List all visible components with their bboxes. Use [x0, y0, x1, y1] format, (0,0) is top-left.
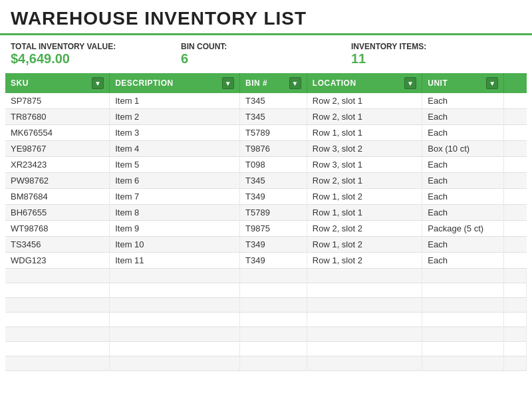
unit-dropdown-icon[interactable]: ▼	[486, 77, 498, 89]
cell-location: Row 1, slot 2	[307, 253, 422, 269]
total-value-label: TOTAL INVENTORY VALUE:	[11, 42, 181, 51]
cell-sku: BM87684	[5, 189, 110, 205]
cell-bin: T9875	[240, 221, 307, 237]
cell-description: Item 4	[110, 141, 240, 157]
bin-count: 6	[181, 51, 351, 66]
table-row: TS3456Item 10T349Row 1, slot 2Each	[5, 237, 527, 253]
cell-bin: T5789	[240, 205, 307, 221]
cell-location: Row 2, slot 2	[307, 221, 422, 237]
cell-location: Row 1, slot 2	[307, 237, 422, 253]
cell-description: Item 1	[110, 93, 240, 109]
bin-count-label: BIN COUNT:	[181, 42, 351, 51]
sku-dropdown-icon[interactable]: ▼	[92, 77, 104, 89]
cell-description: Item 3	[110, 125, 240, 141]
cell-description: Item 6	[110, 173, 240, 189]
cell-location: Row 3, slot 1	[307, 157, 422, 173]
cell-bin: T345	[240, 93, 307, 109]
inventory-items-label: INVENTORY ITEMS:	[351, 42, 521, 51]
cell-extra	[504, 253, 527, 269]
cell-sku: WT98768	[5, 221, 110, 237]
table-row: MK676554Item 3T5789Row 1, slot 1Each	[5, 125, 527, 141]
cell-bin: T349	[240, 253, 307, 269]
cell-sku: TR87680	[5, 109, 110, 125]
cell-location: Row 2, slot 1	[307, 109, 422, 125]
empty-row	[5, 342, 527, 356]
page-header: WAREHOUSE INVENTORY LIST	[0, 0, 532, 35]
cell-location: Row 2, slot 1	[307, 173, 422, 189]
cell-bin: T098	[240, 157, 307, 173]
cell-sku: WDG123	[5, 253, 110, 269]
table-row: TR87680Item 2T345Row 2, slot 1Each	[5, 109, 527, 125]
cell-extra	[504, 205, 527, 221]
cell-bin: T345	[240, 173, 307, 189]
cell-sku: YE98767	[5, 141, 110, 157]
inventory-table: SKU ▼ DESCRIPTION ▼ BIN # ▼	[5, 73, 527, 371]
empty-row	[5, 269, 527, 283]
bin-count-block: BIN COUNT: 6	[181, 42, 351, 66]
cell-location: Row 1, slot 2	[307, 189, 422, 205]
empty-row	[5, 298, 527, 313]
location-dropdown-icon[interactable]: ▼	[404, 77, 416, 89]
cell-location: Row 2, slot 1	[307, 93, 422, 109]
cell-extra	[504, 93, 527, 109]
cell-unit: Each	[422, 109, 504, 125]
cell-extra	[504, 189, 527, 205]
table-row: YE98767Item 4T9876Row 3, slot 2Box (10 c…	[5, 141, 527, 157]
cell-description: Item 2	[110, 109, 240, 125]
cell-unit: Each	[422, 125, 504, 141]
cell-extra	[504, 125, 527, 141]
cell-sku: TS3456	[5, 237, 110, 253]
cell-description: Item 5	[110, 157, 240, 173]
cell-bin: T349	[240, 237, 307, 253]
cell-sku: MK676554	[5, 125, 110, 141]
cell-location: Row 1, slot 1	[307, 205, 422, 221]
table-container: SKU ▼ DESCRIPTION ▼ BIN # ▼	[0, 73, 532, 371]
table-header-row: SKU ▼ DESCRIPTION ▼ BIN # ▼	[5, 73, 527, 93]
total-value-block: TOTAL INVENTORY VALUE: $4,649.00	[11, 42, 181, 66]
cell-extra	[504, 109, 527, 125]
table-row: SP7875Item 1T345Row 2, slot 1Each	[5, 93, 527, 109]
cell-description: Item 11	[110, 253, 240, 269]
cell-unit: Package (5 ct)	[422, 221, 504, 237]
cell-unit: Each	[422, 157, 504, 173]
desc-dropdown-icon[interactable]: ▼	[222, 77, 234, 89]
col-header-sku: SKU ▼	[5, 73, 110, 93]
cell-unit: Each	[422, 189, 504, 205]
col-header-extra	[504, 73, 527, 93]
cell-extra	[504, 157, 527, 173]
empty-row	[5, 283, 527, 298]
cell-unit: Each	[422, 253, 504, 269]
cell-description: Item 8	[110, 205, 240, 221]
cell-description: Item 10	[110, 237, 240, 253]
table-row: BM87684Item 7T349Row 1, slot 2Each	[5, 189, 527, 205]
bin-dropdown-icon[interactable]: ▼	[289, 77, 301, 89]
cell-bin: T5789	[240, 125, 307, 141]
cell-bin: T345	[240, 109, 307, 125]
cell-unit: Each	[422, 173, 504, 189]
cell-bin: T349	[240, 189, 307, 205]
table-row: WT98768Item 9T9875Row 2, slot 2Package (…	[5, 221, 527, 237]
cell-unit: Each	[422, 237, 504, 253]
col-header-description: DESCRIPTION ▼	[110, 73, 240, 93]
cell-bin: T9876	[240, 141, 307, 157]
inventory-items: 11	[351, 51, 521, 66]
cell-unit: Each	[422, 93, 504, 109]
cell-sku: PW98762	[5, 173, 110, 189]
page-title: WAREHOUSE INVENTORY LIST	[11, 8, 521, 29]
table-row: BH67655Item 8T5789Row 1, slot 1Each	[5, 205, 527, 221]
table-row: PW98762Item 6T345Row 2, slot 1Each	[5, 173, 527, 189]
cell-sku: BH67655	[5, 205, 110, 221]
total-value: $4,649.00	[11, 51, 181, 66]
empty-row	[5, 327, 527, 342]
cell-location: Row 3, slot 2	[307, 141, 422, 157]
cell-extra	[504, 173, 527, 189]
cell-extra	[504, 141, 527, 157]
cell-location: Row 1, slot 1	[307, 125, 422, 141]
table-row: WDG123Item 11T349Row 1, slot 2Each	[5, 253, 527, 269]
col-header-unit: UNIT ▼	[422, 73, 504, 93]
cell-description: Item 7	[110, 189, 240, 205]
empty-row	[5, 356, 527, 371]
inventory-items-block: INVENTORY ITEMS: 11	[351, 42, 521, 66]
cell-sku: XR23423	[5, 157, 110, 173]
empty-row	[5, 313, 527, 327]
